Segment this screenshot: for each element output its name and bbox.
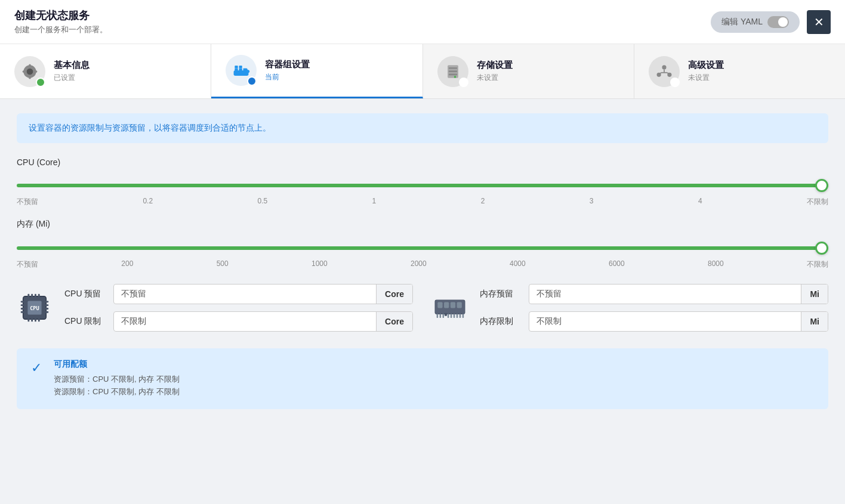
cpu-chip-icon: CPU [17, 290, 52, 325]
quota-line1: 资源预留：CPU 不限制, 内存 不限制 [54, 373, 180, 386]
quota-content: 可用配额 资源预留：CPU 不限制, 内存 不限制 资源限制：CPU 不限制, … [54, 359, 180, 398]
memory-section: 内存 (Mi) 不预留 200 500 1000 2000 4000 6000 … [17, 219, 828, 270]
svg-rect-16 [448, 70, 457, 72]
docker-icon [232, 61, 251, 80]
tab-advanced-status: 未设置 [688, 73, 724, 83]
header-right: 编辑 YAML ✕ [711, 10, 831, 34]
svg-point-12 [245, 70, 249, 73]
storage-icon [443, 62, 462, 81]
mem-reserve-input-wrap: Mi [529, 284, 828, 304]
svg-rect-42 [45, 301, 48, 302]
cpu-slider-wrapper [17, 174, 828, 194]
quota-check-icon: ✓ [31, 360, 42, 376]
tab-storage-icon [437, 56, 468, 87]
yaml-toggle[interactable] [767, 16, 789, 28]
mem-limit-label: 内存限制 [480, 316, 522, 327]
tab-basic-icon [14, 56, 45, 87]
cpu-section: CPU (Core) 不预留 0.2 0.5 1 2 3 4 不限制 [17, 157, 828, 207]
tab-container-icon [226, 55, 257, 86]
tab-basic-text: 基本信息 已设置 [54, 60, 90, 83]
cpu-limit-row: CPU 限制 Core [64, 311, 413, 332]
svg-rect-7 [235, 68, 238, 70]
tab-container-settings[interactable]: 容器组设置 当前 [211, 44, 422, 98]
tab-storage-settings[interactable]: 存储设置 未设置 [423, 44, 634, 98]
settings-icon [20, 62, 39, 81]
svg-rect-41 [21, 311, 24, 313]
tab-advanced-text: 高级设置 未设置 [688, 60, 724, 83]
svg-rect-43 [45, 304, 48, 306]
tab-basic-info[interactable]: 基本信息 已设置 [0, 44, 211, 98]
svg-rect-9 [235, 66, 238, 68]
resource-fields-section: CPU [17, 284, 828, 332]
mem-tick-8: 不限制 [807, 259, 828, 270]
svg-rect-57 [454, 314, 455, 318]
mem-tick-5: 4000 [510, 259, 526, 270]
quota-title: 可用配额 [54, 359, 180, 370]
info-banner-text: 设置容器的资源限制与资源预留，以将容器调度到合适的节点上。 [29, 123, 271, 132]
tab-basic-title: 基本信息 [54, 60, 90, 71]
cpu-tick-4: 2 [481, 197, 485, 207]
cpu-limit-input[interactable] [114, 312, 376, 331]
svg-rect-33 [38, 294, 40, 298]
tab-storage-text: 存储设置 未设置 [477, 60, 513, 83]
cpu-limit-label: CPU 限制 [64, 316, 106, 327]
memory-fields: 内存预留 Mi 内存限制 Mi [480, 284, 828, 332]
page-subtitle: 创建一个服务和一个部署。 [14, 24, 107, 35]
mem-reserve-label: 内存预留 [480, 289, 522, 299]
tab-basic-status: 已设置 [54, 73, 90, 83]
svg-rect-44 [45, 308, 48, 310]
cpu-tick-5: 3 [590, 197, 594, 207]
svg-rect-52 [437, 314, 438, 318]
edit-yaml-button[interactable]: 编辑 YAML [711, 11, 800, 33]
mem-limit-input[interactable] [529, 312, 801, 331]
tab-advanced-title: 高级设置 [688, 60, 724, 71]
svg-rect-51 [445, 313, 447, 316]
mem-reserve-input[interactable] [529, 285, 801, 304]
memory-icon [432, 290, 468, 326]
svg-point-13 [245, 68, 248, 70]
tab-container-badge [247, 76, 257, 86]
header-left: 创建无状态服务 创建一个服务和一个部署。 [14, 8, 107, 35]
svg-rect-55 [448, 314, 449, 318]
cpu-reserve-label: CPU 预留 [64, 289, 106, 299]
svg-rect-2 [29, 64, 31, 67]
cpu-reserve-input[interactable] [114, 285, 376, 304]
svg-rect-34 [27, 318, 29, 321]
svg-rect-47 [437, 302, 442, 308]
quota-section: ✓ 可用配额 资源预留：CPU 不限制, 内存 不限制 资源限制：CPU 不限制… [17, 348, 828, 409]
cpu-tick-1: 0.2 [143, 197, 153, 207]
tab-storage-title: 存储设置 [477, 60, 513, 71]
tab-storage-badge [459, 78, 468, 87]
svg-rect-36 [35, 318, 36, 321]
main-content: 设置容器的资源限制与资源预留，以将容器调度到合适的节点上。 CPU (Core)… [0, 99, 845, 423]
mem-tick-0: 不预留 [17, 259, 38, 270]
svg-rect-38 [21, 301, 24, 302]
mem-tick-3: 1000 [312, 259, 328, 270]
svg-rect-3 [29, 76, 31, 79]
cpu-slider[interactable] [17, 184, 828, 187]
mem-tick-1: 200 [121, 259, 133, 270]
svg-rect-8 [239, 68, 242, 70]
svg-rect-56 [451, 314, 452, 318]
tab-storage-status: 未设置 [477, 73, 513, 83]
svg-rect-53 [440, 314, 441, 318]
svg-rect-4 [23, 70, 26, 73]
advanced-icon [655, 62, 674, 81]
tab-advanced-settings[interactable]: 高级设置 未设置 [634, 44, 845, 98]
ram-chip-icon [433, 292, 467, 323]
close-icon: ✕ [814, 15, 824, 29]
cpu-reserve-row: CPU 预留 Core [64, 284, 413, 304]
mem-tick-7: 8000 [708, 259, 724, 270]
svg-rect-10 [239, 66, 242, 68]
close-button[interactable]: ✕ [807, 10, 831, 34]
memory-slider-labels: 不预留 200 500 1000 2000 4000 6000 8000 不限制 [17, 259, 828, 270]
svg-rect-15 [448, 67, 457, 69]
memory-slider[interactable] [17, 246, 828, 250]
cpu-tick-2: 0.5 [258, 197, 268, 207]
svg-rect-48 [444, 302, 449, 308]
cpu-tick-0: 不预留 [17, 197, 38, 207]
tab-basic-badge [36, 78, 45, 87]
mem-tick-6: 6000 [609, 259, 625, 270]
svg-rect-31 [31, 294, 33, 298]
memory-resource-group: 内存预留 Mi 内存限制 Mi [432, 284, 828, 332]
